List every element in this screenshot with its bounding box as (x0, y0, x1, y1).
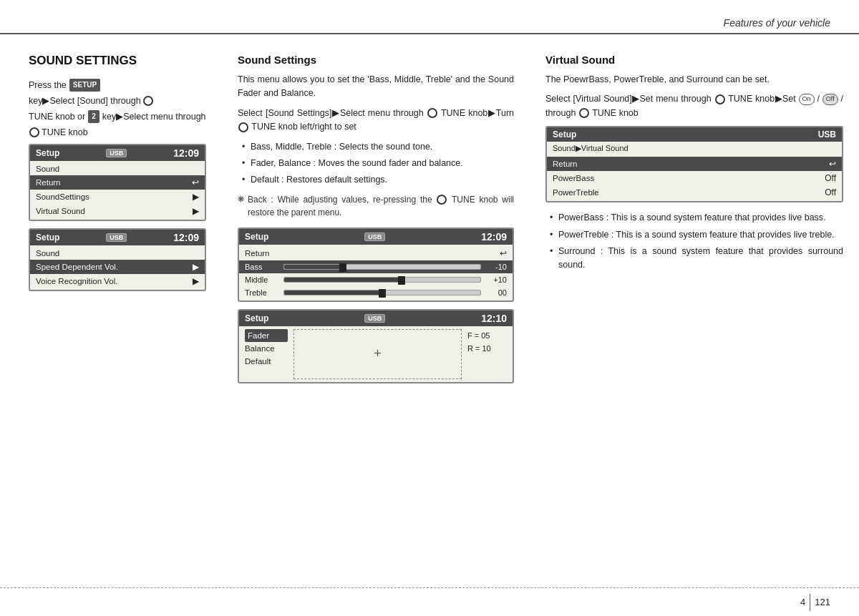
screen-2-row-2: Voice Recognition Vol. ▶ (30, 274, 205, 288)
bullet-2: Default : Restores default settings. (242, 173, 514, 187)
screen-4: Setup USB 12:10 Fader Balance Default + … (238, 309, 514, 383)
screen-3: Setup USB 12:09 Return ↩ Bass -10 (238, 228, 514, 302)
tune-knob-icon-6 (715, 94, 725, 104)
page-footer: 4 121 (0, 587, 859, 616)
screen-3-header: Setup USB 12:09 (239, 229, 513, 245)
fader-val-1: R = 10 (467, 342, 507, 355)
mid-para-2: Select [Sound Settings]▶Select menu thro… (238, 107, 514, 135)
screen-1-row-0: Sound (30, 162, 205, 175)
mid-column: Sound Settings This menu allows you to s… (222, 39, 530, 587)
screen-1-row-3: Virtual Sound ▶ (30, 204, 205, 218)
press-instructions: Press the SETUP key▶Select [Sound] throu… (29, 78, 206, 140)
screen-3-bass: Bass -10 (239, 260, 513, 273)
mid-para-2b: TUNE knob▶Turn (441, 108, 514, 118)
press-text-1: Press the (29, 78, 67, 92)
screen-2-body: Sound Speed Dependent Vol. ▶ Voice Recog… (30, 245, 205, 290)
right-column: Virtual Sound The PoewrBass, PowerTreble… (530, 39, 859, 587)
left-column: SOUND SETTINGS Press the SETUP key▶Selec… (0, 39, 222, 587)
bullet-0: Bass, Middle, Treble : Selects the sound… (242, 140, 514, 154)
screen-2-time: 12:09 (173, 232, 199, 243)
tune-knob-icon-2 (29, 127, 39, 137)
page-header: Features of your vehicle (0, 0, 859, 34)
screen-5: Setup USB Sound▶Virtual Sound Return ↩ P… (545, 126, 843, 202)
fader-grid: + (293, 329, 462, 379)
screen-3-middle: Middle +10 (239, 273, 513, 286)
screen-1-row-2-label: SoundSettings (36, 192, 193, 201)
press-text-2: key▶Select [Sound] through (29, 94, 141, 108)
mid-para-1: This menu allows you to set the 'Bass, M… (238, 73, 514, 101)
screen-3-return: Return ↩ (239, 246, 513, 260)
tune-knob-icon-1 (143, 96, 153, 106)
screen-4-title: Setup (245, 313, 268, 323)
screen-4-usb: USB (364, 314, 385, 323)
screen-2-row-1: Speed Dependent Vol. ▶ (30, 260, 205, 274)
screen-1-row-1-label: Return (36, 178, 192, 187)
screen-1-row-3-label: Virtual Sound (36, 207, 193, 215)
right-para-2b: TUNE knob▶Set (728, 94, 796, 104)
left-section-title: SOUND SETTINGS (29, 54, 206, 68)
right-bullet-2: Surround : This is a sound system featur… (550, 245, 843, 273)
screen-1-body: Sound Return ↩ SoundSettings ▶ Virtual S… (30, 161, 205, 220)
screen-2-header: Setup USB 12:09 (30, 230, 205, 245)
right-bullets: PowerBass : This is a sound system featu… (550, 211, 843, 273)
middle-slider (283, 277, 481, 283)
screen-3-title: Setup (245, 232, 268, 242)
mid-para-2-text: Select [Sound Settings]▶Select menu thro… (238, 108, 424, 118)
fader-val-0: F = 05 (467, 329, 507, 342)
setup-badge: SETUP (69, 79, 100, 92)
bass-slider (283, 264, 481, 270)
fader-val-2 (467, 355, 507, 359)
num-badge: 2 (88, 110, 100, 123)
main-content: SOUND SETTINGS Press the SETUP key▶Selec… (0, 39, 859, 587)
fader-labels: Fader Balance Default (245, 329, 288, 379)
screen-2-row-0-label: Sound (36, 249, 199, 258)
bullet-1: Fader, Balance : Moves the sound fader a… (242, 157, 514, 170)
footer-divider (810, 594, 810, 611)
right-bullet-0: PowerBass : This is a sound system featu… (550, 211, 843, 225)
screen-2: Setup USB 12:09 Sound Speed Dependent Vo… (29, 228, 206, 291)
on-badge: On (799, 94, 815, 105)
fader-plus: + (374, 346, 382, 361)
right-para-2d: TUNE knob (592, 108, 639, 118)
screen-4-time: 12:10 (481, 313, 507, 324)
screen-5-body: Return ↩ PowerBass Off PowerTreble Off (547, 155, 842, 201)
mid-section-title: Sound Settings (238, 54, 514, 66)
press-text-4: key▶Select menu through (102, 109, 206, 124)
off-badge: Off (822, 94, 838, 105)
screen-5-breadcrumb-text: Sound▶Virtual Sound (553, 144, 629, 153)
fader-values: F = 05 R = 10 (467, 329, 507, 379)
right-para-2-text: Select [Virtual Sound]▶Set menu through (545, 94, 712, 104)
tune-knob-icon-5 (437, 195, 447, 205)
screen-5-breadcrumb: Sound▶Virtual Sound (547, 142, 842, 155)
header-title: Features of your vehicle (724, 17, 830, 29)
screen-5-row-0: Return ↩ (547, 157, 842, 171)
footer-page-num: 121 (815, 597, 830, 607)
press-text-3: TUNE knob or (29, 109, 85, 124)
fader-row-balance: Balance (245, 342, 288, 355)
press-text-5: TUNE knob (42, 125, 88, 140)
screen-5-header: Setup USB (547, 127, 842, 142)
screen-5-usb: USB (818, 129, 836, 140)
right-section-title: Virtual Sound (545, 54, 843, 66)
tune-knob-icon-3 (427, 108, 437, 118)
screen-2-usb: USB (106, 233, 127, 242)
screen-1-usb: USB (106, 149, 127, 157)
right-para-2: Select [Virtual Sound]▶Set menu through … (545, 92, 843, 120)
screen-1-title: Setup (36, 148, 59, 158)
screen-3-usb: USB (364, 233, 385, 241)
screen-4-header: Setup USB 12:10 (239, 311, 513, 326)
screen-1-row-1: Return ↩ (30, 175, 205, 190)
tune-knob-icon-4 (238, 122, 248, 132)
screen-1-row-2: SoundSettings ▶ (30, 190, 205, 204)
screen-2-row-1-label: Speed Dependent Vol. (36, 263, 193, 271)
footer-chapter: 4 (800, 597, 805, 607)
mid-para-2c: TUNE knob left/right to set (251, 122, 356, 132)
treble-slider (283, 290, 481, 295)
screen-2-row-2-label: Voice Recognition Vol. (36, 277, 193, 285)
screen-5-row-1: PowerBass Off (547, 171, 842, 185)
fader-row-default: Default (245, 355, 288, 368)
mid-note: Back : While adjusting values, re-pressi… (238, 193, 514, 219)
tune-knob-icon-7 (579, 108, 589, 118)
screen-4-body: Fader Balance Default + F = 05 R = 10 (239, 326, 513, 382)
right-bullet-1: PowerTreble : This is a sound system fea… (550, 228, 843, 242)
